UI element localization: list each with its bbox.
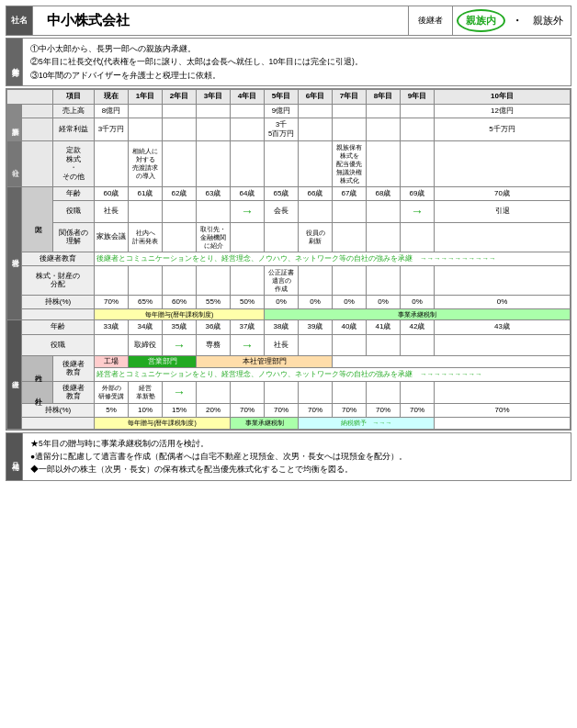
kankeisha-y5 xyxy=(265,222,299,252)
teikan-y7: 親族保有株式を配当優先無議決権株式化 xyxy=(333,140,367,186)
shagai-y3 xyxy=(197,381,231,404)
kabunpai-y6 xyxy=(299,265,333,295)
table-row-tarou-age: 現経営者 太郎 年齢 60歳 61歳 62歳 63歳 64歳 65歳 66歳 6… xyxy=(7,187,571,201)
section-koukeisha: 後継者 xyxy=(7,320,22,429)
table-row-uriage: 事業計画 売上高 8億円 9億円 12億円 xyxy=(7,104,571,118)
section-kaisha: 会社 xyxy=(7,140,22,186)
tarou-age-y9: 69歳 xyxy=(401,187,435,201)
item-mochi-tarou: 持株(%) xyxy=(22,295,95,308)
table-row-shagai-edu: 社外 後継者教育 外部の研修受講 経営革新塾 → xyxy=(7,381,571,404)
section-jigyou: 事業計画 xyxy=(7,104,22,140)
mochi-i-y3: 20% xyxy=(197,404,231,418)
uriage-y5: 9億円 xyxy=(265,104,299,118)
kankeisha-y6: 役員の刷新 xyxy=(299,222,333,252)
ichirou-age-y6: 39歳 xyxy=(299,320,333,334)
koukeisha-label: 後継者 xyxy=(409,6,453,35)
rieki-y4 xyxy=(231,118,265,141)
kihon-label: 基本方針 xyxy=(6,39,23,85)
uriage-y3 xyxy=(197,104,231,118)
item-mainen-tarou xyxy=(22,309,95,320)
ichirou-yaku-y8 xyxy=(367,334,401,355)
main-table: 項目 現在 1年目 2年目 3年目 4年目 5年目 6年目 7年目 8年目 9年… xyxy=(6,88,571,430)
uriage-y1 xyxy=(129,104,163,118)
mainen-t-label2: 事業承継税制 xyxy=(265,309,571,320)
mochi-i-y9: 70% xyxy=(401,404,435,418)
uriage-y8 xyxy=(367,104,401,118)
ichirou-yaku-arrow2: → xyxy=(231,334,265,355)
mochi-i-y4: 70% xyxy=(231,404,265,418)
kankeisha-y1: 社内へ計画発表 xyxy=(129,222,163,252)
col-header-y5: 5年目 xyxy=(265,90,299,104)
teikan-y6 xyxy=(299,140,333,186)
tarou-age-y5: 65歳 xyxy=(265,187,299,201)
table-row-ichirou-age: 後継者 年齢 33歳 34歳 35歳 36歳 37歳 38歳 39歳 40歳 4… xyxy=(7,320,571,334)
item-uriage: 売上高 xyxy=(53,104,95,118)
kankeisha-y10 xyxy=(435,222,571,252)
table-row-tarou-yakushoku: 役職 社長 → 会長 → 引退 xyxy=(7,201,571,222)
item-kankeisha: 関係者の理解 xyxy=(53,222,95,252)
ichirou-yaku-y1: 取締役 xyxy=(129,334,163,355)
shagai-arrow: → xyxy=(163,381,197,404)
tarou-age-y4: 64歳 xyxy=(231,187,265,201)
uriage-now: 8億円 xyxy=(95,104,129,118)
shagai-y6 xyxy=(299,381,333,404)
uriage-y9 xyxy=(401,104,435,118)
tarou-yaku-y5: 会長 xyxy=(265,201,299,222)
tarou-yaku-y6 xyxy=(299,201,333,222)
mochi-t-y10: 0% xyxy=(435,295,571,308)
tarou-yaku-y8 xyxy=(367,201,401,222)
ichirou-age-y4: 37歳 xyxy=(231,320,265,334)
mochi-i-y7: 70% xyxy=(333,404,367,418)
shagai-y7 xyxy=(333,381,367,404)
item-genzai-edu: 後継者教育 xyxy=(22,252,95,265)
mochi-t-y5: 0% xyxy=(265,295,299,308)
kihon-section: 基本方針 ①中小太郎から、長男一郎への親族内承継。 ②5年目に社長交代(代表権を… xyxy=(6,38,571,86)
edu-koujo: 工場 xyxy=(95,356,129,368)
mochi-i-y6: 70% xyxy=(299,404,333,418)
edu-empty xyxy=(333,356,571,368)
tarou-age-y3: 63歳 xyxy=(197,187,231,201)
hosoku-section: 補足 ★5年目の贈与時に事業承継税制の活用を検討。 ●遺留分に配慮して遺言書を作… xyxy=(6,432,571,481)
ichirou-yaku-now xyxy=(95,334,129,355)
shanai-span-text: 経営者とコミュニケーションをとり、経営理念、ノウハウ、ネットワーク等の自社の強み… xyxy=(95,367,571,381)
kabunpai-y8 xyxy=(367,265,401,295)
col-header-y8: 8年目 xyxy=(367,90,401,104)
rieki-now: 3千万円 xyxy=(95,118,129,141)
section-genzai: 現経営者 xyxy=(7,187,22,320)
section-shagaiedu: 社外 xyxy=(22,381,53,404)
mochi-t-y4: 50% xyxy=(231,295,265,308)
hosoku-item-2: ●遺留分に配慮して遺言書を作成（配偶者へは自宅不動産と現預金、次男・長女へは現預… xyxy=(30,450,407,463)
mochi-i-y5: 70% xyxy=(265,404,299,418)
mochi-i-y10: 70% xyxy=(435,404,571,418)
ichirou-yaku-arrow1: → xyxy=(163,334,197,355)
rieki-y1 xyxy=(129,118,163,141)
nouzei-empty xyxy=(435,418,571,429)
mochi-i-y2: 15% xyxy=(163,404,197,418)
nouzei-label1: 毎年贈与(暦年課税制度) xyxy=(95,418,231,429)
mochi-t-y3: 55% xyxy=(197,295,231,308)
tarou-yaku-y1 xyxy=(129,201,163,222)
item-tarou-yakushoku: 役職 xyxy=(53,201,95,222)
nouzei-label2: 事業承継税制 xyxy=(231,418,299,429)
mochi-t-y9: 0% xyxy=(401,295,435,308)
teikan-y10 xyxy=(435,140,571,186)
item-mochi-ichirou: 持株(%) xyxy=(22,404,95,418)
item-tarou-age: 年齢 xyxy=(53,187,95,201)
shagai-y8 xyxy=(367,381,401,404)
kihon-content: ①中小太郎から、長男一郎への親族内承継。 ②5年目に社長交代(代表権を一郎に譲り… xyxy=(23,39,370,85)
col-header-y3: 3年目 xyxy=(197,90,231,104)
tarou-age-now: 60歳 xyxy=(95,187,129,201)
col-header-y4: 4年目 xyxy=(231,90,265,104)
mochi-t-y6: 0% xyxy=(299,295,333,308)
mainen-t-label1: 毎年贈与(暦年課税制度) xyxy=(95,309,265,320)
tarou-age-y8: 68歳 xyxy=(367,187,401,201)
section-tarou: 太郎 xyxy=(22,187,53,252)
col-header-y1: 1年目 xyxy=(129,90,163,104)
rieki-y8 xyxy=(367,118,401,141)
item-kabunpai: 株式・財産の分配 xyxy=(22,265,95,295)
kabunpai-now xyxy=(95,265,129,295)
kabunpai-y7 xyxy=(333,265,367,295)
kankeisha-now: 家族会議 xyxy=(95,222,129,252)
ichirou-age-y3: 36歳 xyxy=(197,320,231,334)
table-row-kabunpai: 株式・財産の分配 公正証書遺言の作成 xyxy=(7,265,571,295)
